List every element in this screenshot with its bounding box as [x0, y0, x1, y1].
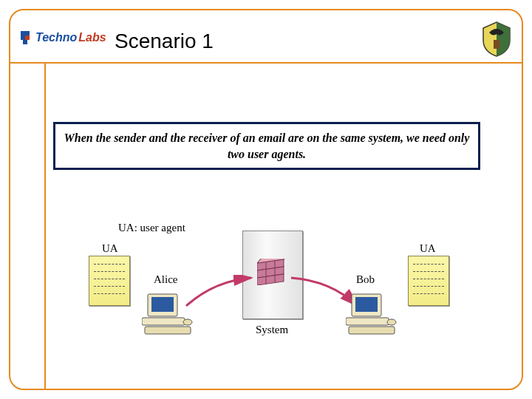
- svg-rect-19: [346, 318, 389, 325]
- svg-rect-2: [21, 35, 25, 40]
- svg-rect-20: [349, 327, 395, 334]
- header-divider: [9, 62, 523, 64]
- svg-point-21: [387, 319, 396, 325]
- storage-icon: [257, 259, 287, 285]
- svg-point-10: [183, 319, 192, 325]
- page-title: Scenario 1: [115, 30, 214, 53]
- svg-rect-0: [21, 31, 25, 35]
- left-divider: [44, 62, 46, 390]
- svg-rect-18: [355, 297, 378, 312]
- logo-text-part2: Labs: [78, 31, 106, 44]
- logo-text-part1: Techno: [35, 31, 77, 44]
- svg-rect-7: [151, 297, 174, 312]
- left-user-label: Alice: [154, 273, 177, 286]
- svg-rect-9: [145, 327, 191, 334]
- arrow-send-icon: [185, 275, 259, 315]
- right-mailbox-icon: [408, 256, 449, 306]
- legend-label: UA: user agent: [118, 222, 185, 234]
- system-label: System: [256, 324, 288, 336]
- svg-rect-1: [25, 31, 30, 35]
- svg-rect-4: [23, 40, 27, 44]
- left-ua-label: UA: [102, 242, 118, 255]
- brand-logo: TechnoLabs: [21, 31, 106, 44]
- callout-text: When the sender and the receiver of an e…: [64, 132, 470, 160]
- svg-rect-3: [25, 35, 30, 40]
- svg-rect-5: [494, 40, 499, 49]
- callout-box: When the sender and the receiver of an e…: [53, 122, 480, 170]
- svg-rect-8: [142, 318, 185, 325]
- crest-icon: [480, 21, 513, 61]
- diagram: UA: user agent UA Alice: [89, 222, 458, 355]
- right-user-label: Bob: [356, 273, 375, 286]
- left-mailbox-icon: [89, 256, 130, 306]
- right-computer-icon: [346, 293, 398, 337]
- logo-mark-icon: [21, 31, 34, 44]
- right-ua-label: UA: [420, 242, 436, 255]
